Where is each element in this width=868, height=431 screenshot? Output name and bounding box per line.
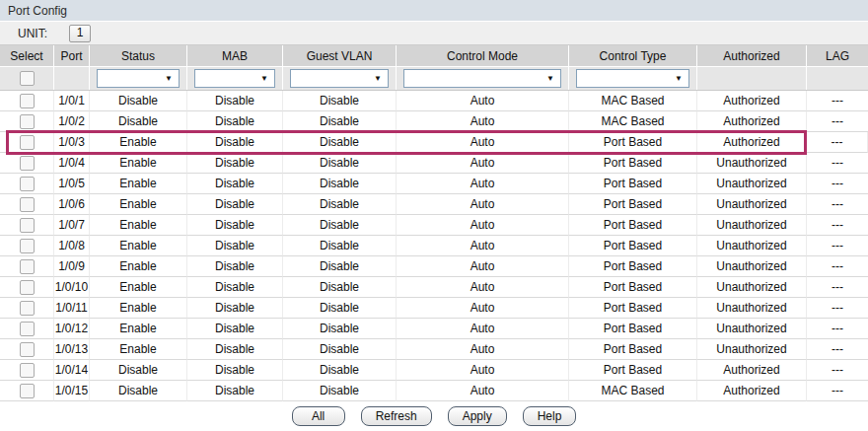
column-header-guest-vlan: Guest VLAN [283,45,397,67]
mab-cell: Disable [187,153,283,174]
port-cell: 1/0/11 [54,298,90,319]
guest-vlan-cell: Disable [283,111,397,132]
status-cell: Enable [90,319,187,339]
lag-cell: --- [807,132,868,153]
guest-vlan-filter-select[interactable]: ▼ [290,69,389,88]
guest-vlan-cell: Disable [283,360,397,381]
lag-cell: --- [807,236,868,256]
guest-vlan-cell: Disable [283,319,397,339]
control-mode-cell: Auto [397,194,569,215]
row-checkbox[interactable] [20,94,35,108]
row-checkbox[interactable] [20,342,35,357]
port-cell: 1/0/14 [54,360,90,381]
mab-cell: Disable [187,111,283,132]
port-cell: 1/0/15 [54,381,90,401]
row-checkbox[interactable] [20,197,35,212]
column-header-mab: MAB [187,45,283,67]
help-button[interactable]: Help [523,406,577,426]
control-mode-cell: Auto [397,360,569,381]
row-select-cell [0,360,54,381]
apply-button[interactable]: Apply [448,406,507,426]
mab-cell: Disable [187,339,283,360]
page-title: Port Config [8,4,67,18]
lag-cell: --- [807,91,868,111]
status-cell: Enable [90,236,187,256]
mab-cell: Disable [187,91,283,111]
row-select-cell [0,194,54,215]
status-cell: Disable [90,91,187,111]
row-select-cell [0,298,54,319]
lag-cell: --- [807,111,868,132]
row-checkbox[interactable] [20,280,35,295]
refresh-button[interactable]: Refresh [361,406,432,426]
row-checkbox[interactable] [20,301,35,316]
filter-cell-authorized-empty [697,67,807,90]
status-cell: Enable [90,132,187,153]
table-row: 1/0/5EnableDisableDisableAutoPort BasedU… [0,174,868,194]
row-checkbox[interactable] [20,239,35,253]
mab-filter-select[interactable]: ▼ [194,69,275,88]
guest-vlan-cell: Disable [283,256,397,277]
row-checkbox[interactable] [20,259,35,274]
table-row: 1/0/8EnableDisableDisableAutoPort BasedU… [0,236,868,256]
select-all-cell [0,67,54,90]
lag-cell: --- [807,339,868,360]
row-select-cell [0,132,54,153]
row-checkbox[interactable] [20,218,35,233]
row-checkbox[interactable] [20,322,35,336]
row-checkbox[interactable] [20,135,35,150]
authorized-cell: Unauthorized [697,194,807,215]
select-all-checkbox[interactable] [20,71,35,86]
control-mode-filter-select[interactable]: ▼ [403,69,561,88]
control-mode-cell: Auto [397,91,569,111]
column-header-port: Port [54,45,90,67]
table-row: 1/0/15DisableDisableDisableAutoMAC Based… [0,381,868,401]
control-mode-cell: Auto [397,111,569,132]
authorized-cell: Unauthorized [697,153,807,174]
control-type-filter-select[interactable]: ▼ [576,69,689,88]
all-button[interactable]: All [292,406,345,426]
column-header-lag: LAG [807,45,868,67]
port-cell: 1/0/13 [54,339,90,360]
mab-cell: Disable [187,236,283,256]
port-cell: 1/0/7 [54,215,90,236]
authorized-cell: Unauthorized [697,298,807,319]
row-select-cell [0,215,54,236]
guest-vlan-cell: Disable [283,381,397,401]
guest-vlan-cell: Disable [283,215,397,236]
filter-cell-control-mode: ▼ [397,67,569,90]
control-mode-cell: Auto [397,277,569,298]
authorized-cell: Authorized [697,91,807,111]
control-mode-cell: Auto [397,132,569,153]
column-header-status: Status [90,45,187,67]
status-cell: Disable [90,360,187,381]
row-select-cell [0,381,54,401]
port-cell: 1/0/3 [54,132,90,153]
table-filter-row: ▼▼▼▼▼ [0,67,868,91]
control-type-cell: Port Based [569,360,697,381]
row-checkbox[interactable] [20,363,35,378]
table-row: 1/0/11EnableDisableDisableAutoPort Based… [0,298,868,319]
status-cell: Enable [90,256,187,277]
guest-vlan-cell: Disable [283,174,397,194]
control-type-cell: MAC Based [569,381,697,401]
status-cell: Enable [90,339,187,360]
filter-cell-guest-vlan: ▼ [283,67,397,90]
row-checkbox[interactable] [20,177,35,191]
port-config-panel: Port Config UNIT: 1 SelectPortStatusMABG… [0,0,868,431]
port-cell: 1/0/6 [54,194,90,215]
lag-cell: --- [807,277,868,298]
row-checkbox[interactable] [20,384,35,398]
authorized-cell: Unauthorized [697,319,807,339]
lag-cell: --- [807,256,868,277]
status-filter-select[interactable]: ▼ [97,69,180,88]
mab-cell: Disable [187,360,283,381]
mab-cell: Disable [187,256,283,277]
table-row: 1/0/10EnableDisableDisableAutoPort Based… [0,277,868,298]
control-type-cell: Port Based [569,153,697,174]
row-checkbox[interactable] [20,114,35,129]
filter-cell-control-type: ▼ [569,67,697,90]
row-checkbox[interactable] [20,156,35,171]
unit-1-button[interactable]: 1 [69,25,91,42]
filter-cell-mab: ▼ [187,67,283,90]
